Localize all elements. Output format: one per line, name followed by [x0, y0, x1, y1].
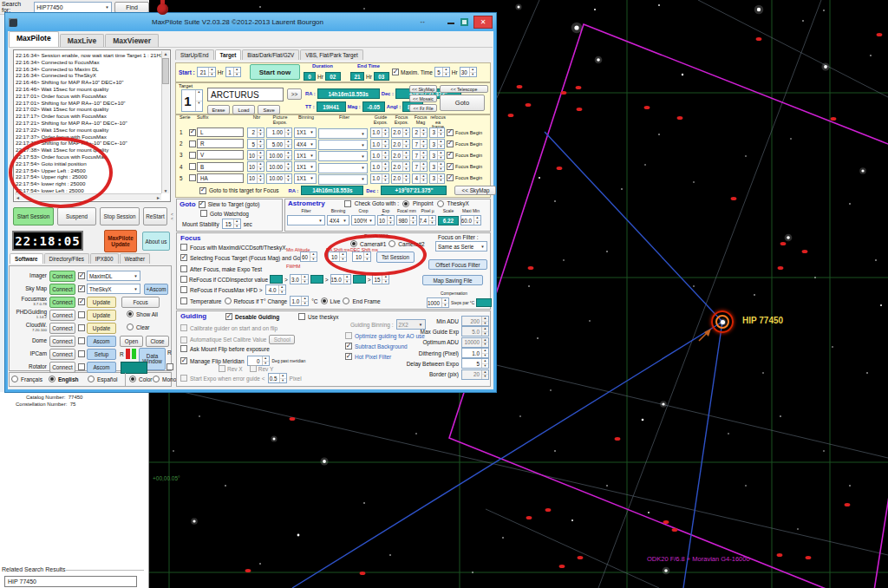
focusmax-focus-button[interactable]: Focus: [121, 297, 160, 308]
show-all-radio[interactable]: Show All: [127, 310, 158, 317]
picture-expos-spinner[interactable]: 10.00: [266, 161, 292, 172]
erase-button[interactable]: Erase: [207, 105, 230, 114]
picture-expos-spinner[interactable]: 1.00: [266, 127, 292, 138]
from-mosaic-button[interactable]: << Mosaic: [409, 95, 437, 102]
maximize-button[interactable]: [460, 18, 468, 26]
guide-expos-spinner[interactable]: 1.0: [370, 127, 389, 138]
live-radio[interactable]: [321, 297, 328, 304]
imager-connect-button[interactable]: Connect: [49, 271, 75, 282]
splitter-chevrons-icon[interactable]: <<: [171, 207, 173, 225]
mount-stability-spinner[interactable]: 15: [222, 219, 241, 229]
temperature-checkbox[interactable]: [180, 297, 187, 304]
nbr-spinner[interactable]: 2: [247, 127, 264, 138]
chevron-down-icon[interactable]: ▼: [103, 5, 111, 10]
focus-mag-spinner[interactable]: 7: [412, 150, 428, 160]
aspect-threshold-spinner[interactable]: 15.0: [330, 274, 351, 284]
ask-mount-flip-checkbox[interactable]: [180, 345, 187, 352]
binning-select[interactable]: 1X1▼: [294, 161, 317, 172]
target-name-input[interactable]: ARCTURUS: [207, 88, 284, 101]
imager-select[interactable]: MaximDL▼: [87, 271, 140, 281]
skymap-connect-button[interactable]: Connect: [49, 284, 75, 295]
refocus-tchange-radio[interactable]: [225, 297, 232, 304]
astrometry-pixel-spinner[interactable]: 7.4: [419, 215, 436, 225]
fwhm-threshold-spinner[interactable]: 3.0: [290, 274, 309, 284]
ipcam-checkbox[interactable]: [78, 350, 85, 357]
search-input[interactable]: HIP77450▼: [34, 2, 112, 13]
skymap-select[interactable]: TheSkyX▼: [87, 284, 140, 294]
auto-calibre-checkbox[interactable]: [180, 336, 187, 343]
start-now-button[interactable]: Start now: [250, 64, 300, 80]
rotator-connect-button[interactable]: Connect: [49, 362, 75, 373]
subtract-background-checkbox[interactable]: [345, 343, 352, 350]
dome-open-button[interactable]: Open: [120, 336, 143, 347]
maxim-minute-spinner[interactable]: 30: [460, 67, 477, 77]
theskyx-radio[interactable]: [437, 200, 444, 207]
after-focus-expo-checkbox[interactable]: [180, 265, 187, 272]
optimize-ao-checkbox[interactable]: [345, 332, 352, 339]
minimize-button[interactable]: [447, 23, 454, 24]
suffix-input[interactable]: B: [197, 162, 244, 172]
refocus-ccdinspector-checkbox[interactable]: [180, 276, 187, 283]
focusmax-checkbox[interactable]: [78, 298, 85, 305]
school-button[interactable]: School: [269, 335, 295, 344]
language-francais-radio[interactable]: Français: [11, 376, 42, 382]
from-fzfile-button[interactable]: << Fz File: [409, 104, 437, 112]
focus-expos-spinner[interactable]: 2.0: [391, 173, 410, 184]
binning-select[interactable]: 1X1▼: [294, 150, 317, 160]
guide-expos-spinner[interactable]: 1.0: [370, 150, 389, 160]
offset-focus-filter-button[interactable]: Offset Focus Filter: [428, 259, 487, 270]
refocus-spinner[interactable]: 3: [429, 139, 445, 149]
focus-mag-spinner[interactable]: 2: [412, 127, 428, 138]
maxpilote-update-button[interactable]: MaxPiloteUpdate: [104, 230, 137, 252]
rotator-extra-checkbox[interactable]: [166, 363, 173, 370]
goto-focus-checkbox[interactable]: [199, 187, 206, 194]
manage-flip-checkbox[interactable]: [180, 357, 187, 364]
tab-maxpilote[interactable]: MaxPilote: [9, 31, 59, 47]
picture-expos-spinner[interactable]: 10.00: [266, 150, 292, 160]
rotator-checkbox[interactable]: [78, 363, 85, 370]
focus-expos-spinner[interactable]: 2.0: [391, 127, 410, 138]
maxim-hour-spinner[interactable]: 5: [434, 67, 450, 77]
phdguiding-connect-button[interactable]: Connect: [49, 310, 75, 321]
phdguiding-update-button[interactable]: Update: [87, 310, 116, 321]
color-radio[interactable]: Color: [129, 376, 153, 382]
restart-button[interactable]: ReStart: [143, 207, 167, 225]
guiding-param-spinner[interactable]: 20: [461, 369, 489, 380]
suffix-input[interactable]: HA: [197, 173, 244, 183]
focus-begin-checkbox[interactable]: [447, 163, 454, 170]
min-altitude-spinner[interactable]: 60: [300, 252, 317, 262]
cloudwatcher-update-button[interactable]: Update: [87, 323, 116, 334]
mono-radio[interactable]: Mono: [153, 376, 176, 382]
focus-maximdl-checkbox[interactable]: [180, 244, 187, 251]
start-minute-spinner[interactable]: 1: [225, 67, 241, 77]
binning-select[interactable]: 4X4▼: [294, 139, 317, 149]
refocus-spinner[interactable]: 3: [429, 127, 445, 138]
rev-x-checkbox[interactable]: [219, 365, 225, 372]
tab-weather[interactable]: Weather: [120, 253, 151, 264]
tab-ipx800[interactable]: IPX800: [90, 253, 119, 264]
find-button[interactable]: Find: [114, 2, 149, 13]
end-frame-radio[interactable]: [343, 297, 349, 304]
skymap-ascom-button[interactable]: +Ascom: [144, 284, 168, 295]
focus-begin-checkbox[interactable]: [447, 129, 454, 136]
target-expand-button[interactable]: >>: [287, 88, 302, 100]
tab-maxviewer[interactable]: MaxViewer: [105, 34, 159, 47]
focus-expos-spinner[interactable]: 2.0: [391, 150, 410, 160]
serie-enable-checkbox[interactable]: [189, 129, 196, 136]
tab-maxlive[interactable]: MaxLive: [60, 34, 105, 47]
serie-enable-checkbox[interactable]: [189, 174, 196, 181]
suffix-input[interactable]: L: [197, 127, 244, 137]
guide-expos-spinner[interactable]: 1.0: [370, 173, 389, 184]
guiding-param-spinner[interactable]: 1.0: [461, 348, 489, 358]
language-espanol-radio[interactable]: Español: [88, 376, 118, 382]
dome-ascom-button[interactable]: Ascom: [87, 336, 116, 347]
nbr-spinner[interactable]: 10: [247, 161, 264, 172]
close-button[interactable]: ✕: [473, 16, 493, 29]
astrometry-focal-spinner[interactable]: 980: [396, 215, 417, 225]
log-vertical-scrollbar[interactable]: ▲▼: [161, 51, 169, 193]
focus-mag-spinner[interactable]: 4: [412, 173, 428, 184]
focus-expos-spinner[interactable]: 2.0: [391, 161, 410, 172]
target-number-spinner[interactable]: 1: [181, 89, 203, 112]
error-guide-spinner[interactable]: 0.5: [268, 373, 287, 383]
focus-begin-checkbox[interactable]: [447, 174, 454, 181]
